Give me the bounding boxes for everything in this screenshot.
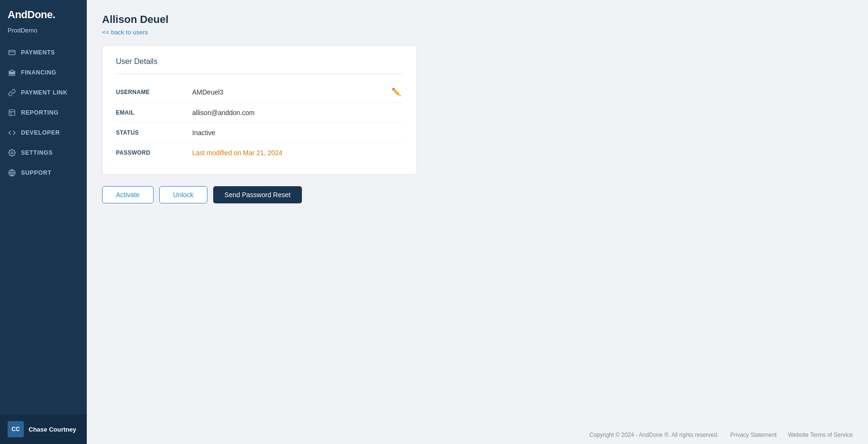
sidebar-item-support[interactable]: Support [0, 163, 87, 183]
action-buttons: Activate Unlock Send Password Reset [102, 186, 853, 203]
gear-icon [8, 148, 16, 157]
privacy-link[interactable]: Privacy Statement [730, 432, 776, 438]
sidebar-item-developer[interactable]: Developer [0, 123, 87, 143]
bank-icon [8, 68, 16, 77]
logo-text: AndDone. [8, 9, 55, 21]
svg-rect-3 [10, 72, 11, 74]
password-value: Last modified on Mar 21, 2024 [192, 149, 403, 157]
status-row: STATUS Inactive [116, 123, 403, 143]
main-content: Allison Deuel << back to users User Deta… [87, 0, 868, 444]
svg-point-11 [11, 152, 13, 154]
activate-button[interactable]: Activate [102, 186, 154, 203]
svg-rect-6 [14, 72, 15, 74]
sidebar-item-reporting[interactable]: Reporting [0, 103, 87, 123]
card-divider [116, 74, 403, 74]
link-icon [8, 88, 16, 97]
svg-rect-4 [11, 72, 12, 74]
email-label: EMAIL [116, 109, 192, 116]
email-value: allison@anddon.com [192, 109, 403, 116]
sidebar-item-reporting-label: Reporting [21, 109, 59, 116]
password-row: PASSWORD Last modified on Mar 21, 2024 [116, 143, 403, 163]
sidebar-logo: AndDone. [0, 0, 87, 25]
card-title: User Details [116, 57, 403, 66]
email-row: EMAIL allison@anddon.com [116, 103, 403, 123]
sidebar: AndDone. ProdDemo Payments Financing Pay… [0, 0, 87, 444]
sidebar-item-developer-label: Developer [21, 129, 60, 136]
send-password-reset-button[interactable]: Send Password Reset [213, 186, 302, 203]
password-label: PASSWORD [116, 149, 192, 156]
svg-rect-2 [9, 72, 10, 74]
svg-rect-5 [13, 72, 13, 74]
avatar: CC [8, 421, 24, 437]
svg-rect-0 [9, 50, 15, 54]
chart-icon [8, 108, 16, 117]
sidebar-item-financing-label: Financing [21, 69, 56, 76]
sidebar-item-financing[interactable]: Financing [0, 63, 87, 83]
user-details-card: User Details USERNAME AMDeuel3 ✏️ EMAIL … [102, 45, 417, 175]
user-name: Chase Courtney [29, 426, 76, 433]
edit-username-icon[interactable]: ✏️ [390, 86, 403, 97]
terms-link[interactable]: Website Terms of Service [788, 432, 853, 438]
content-area: Allison Deuel << back to users User Deta… [87, 0, 868, 426]
unlock-button[interactable]: Unlock [159, 186, 207, 203]
sidebar-item-support-label: Support [21, 169, 52, 176]
svg-rect-8 [9, 110, 15, 116]
sidebar-user[interactable]: CC Chase Courtney [0, 414, 87, 444]
copyright-text: Copyright © 2024 - AndDone ®. All rights… [589, 432, 719, 438]
footer: Copyright © 2024 - AndDone ®. All rights… [87, 426, 868, 444]
sidebar-item-payment-link[interactable]: Payment Link [0, 83, 87, 103]
sidebar-item-settings[interactable]: Settings [0, 143, 87, 163]
code-icon [8, 128, 16, 137]
status-value: Inactive [192, 129, 403, 137]
sidebar-nav: Payments Financing Payment Link Reportin… [0, 41, 87, 414]
globe-icon [8, 169, 16, 177]
sidebar-item-settings-label: Settings [21, 149, 53, 156]
credit-card-icon [8, 48, 16, 57]
username-row: USERNAME AMDeuel3 ✏️ [116, 82, 403, 103]
sidebar-item-payment-link-label: Payment Link [21, 89, 68, 96]
username-value: AMDeuel3 [192, 88, 390, 96]
sidebar-item-payments[interactable]: Payments [0, 42, 87, 63]
back-to-users-link[interactable]: << back to users [102, 29, 148, 36]
sidebar-org-label: ProdDemo [0, 25, 87, 41]
page-title: Allison Deuel [102, 13, 853, 26]
username-label: USERNAME [116, 89, 192, 95]
sidebar-item-payments-label: Payments [21, 49, 55, 56]
status-label: STATUS [116, 129, 192, 136]
